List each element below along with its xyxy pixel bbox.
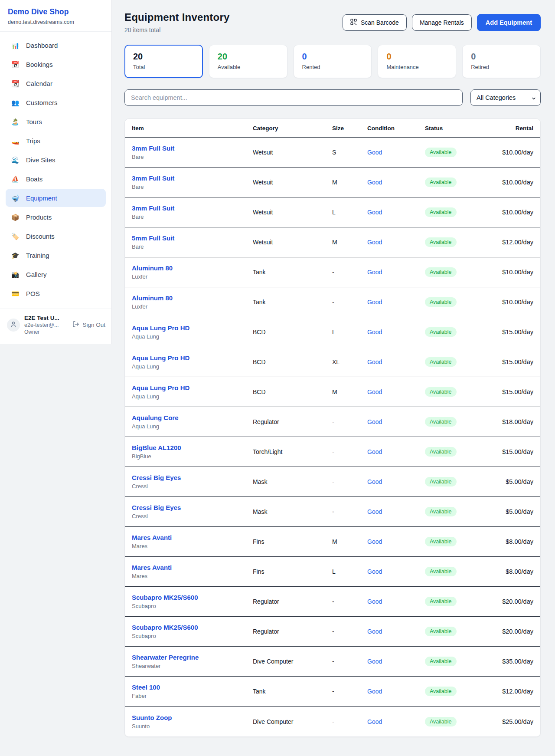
item-name-link[interactable]: 5mm Full Suit	[132, 234, 253, 242]
sign-out-button[interactable]: Sign Out	[72, 321, 105, 329]
nav-item-label: Tours	[26, 118, 42, 125]
table-row: Aluminum 80 Luxfer Tank - Good Available…	[125, 257, 540, 287]
item-name-link[interactable]: 3mm Full Suit	[132, 174, 253, 182]
item-name-link[interactable]: 3mm Full Suit	[132, 145, 253, 152]
item-name-link[interactable]: Scubapro MK25/S600	[132, 594, 253, 601]
condition-link[interactable]: Good	[367, 658, 425, 665]
item-name-link[interactable]: Steel 100	[132, 684, 253, 691]
table-row: Aqua Lung Pro HD Aqua Lung BCD M Good Av…	[125, 377, 540, 407]
scan-barcode-label: Scan Barcode	[361, 19, 399, 26]
status-badge: Available	[425, 717, 457, 726]
condition-link[interactable]: Good	[367, 329, 425, 335]
item-brand: Shearwater	[132, 663, 253, 669]
scan-barcode-button[interactable]: Scan Barcode	[343, 14, 407, 31]
sidebar-item[interactable]: 🚤 Trips	[6, 131, 106, 150]
table-row: Aluminum 80 Luxfer Tank - Good Available…	[125, 287, 540, 317]
condition-link[interactable]: Good	[367, 508, 425, 515]
status-cell: Available	[425, 537, 496, 546]
stat-card[interactable]: 0 Maintenance	[378, 45, 456, 78]
item-cell: Aqua Lung Pro HD Aqua Lung	[132, 354, 253, 370]
stat-card[interactable]: 20 Total	[124, 45, 203, 78]
status-cell: Available	[425, 627, 496, 636]
sidebar-item[interactable]: 💳 POS	[6, 284, 106, 302]
sidebar-item[interactable]: 🏷️ Discounts	[6, 227, 106, 245]
rental-price: $8.00/day	[496, 568, 533, 575]
condition-link[interactable]: Good	[367, 598, 425, 605]
sidebar-item[interactable]: 📦 Products	[6, 208, 106, 226]
condition-link[interactable]: Good	[367, 358, 425, 365]
sidebar-item[interactable]: 📅 Bookings	[6, 55, 106, 73]
logout-icon	[72, 321, 79, 329]
sidebar-item[interactable]: 📊 Dashboard	[6, 36, 106, 54]
item-name-link[interactable]: Scubapro MK25/S600	[132, 624, 253, 631]
condition-link[interactable]: Good	[367, 538, 425, 545]
sidebar-item[interactable]: 🎓 Training	[6, 246, 106, 264]
category-select[interactable]: All Categories	[470, 89, 541, 106]
add-equipment-label: Add Equipment	[486, 19, 532, 26]
item-name-link[interactable]: Aluminum 80	[132, 264, 253, 272]
size-cell: M	[332, 179, 367, 186]
item-name-link[interactable]: Aluminum 80	[132, 294, 253, 302]
status-badge: Available	[425, 687, 457, 696]
status-cell: Available	[425, 387, 496, 397]
item-cell: Cressi Big Eyes Cressi	[132, 474, 253, 490]
condition-link[interactable]: Good	[367, 179, 425, 186]
condition-link[interactable]: Good	[367, 149, 425, 156]
stat-card[interactable]: 20 Available	[209, 45, 287, 78]
condition-link[interactable]: Good	[367, 269, 425, 276]
add-equipment-button[interactable]: Add Equipment	[477, 14, 541, 31]
stats-row: 20 Total 20 Available 0 Rented 0 Mainten…	[124, 45, 541, 78]
item-cell: 3mm Full Suit Bare	[132, 145, 253, 160]
item-name-link[interactable]: Shearwater Peregrine	[132, 654, 253, 661]
condition-link[interactable]: Good	[367, 239, 425, 246]
item-name-link[interactable]: Aqua Lung Pro HD	[132, 324, 253, 332]
sidebar-item[interactable]: ⛵ Boats	[6, 170, 106, 188]
search-input[interactable]	[124, 89, 463, 106]
condition-link[interactable]: Good	[367, 388, 425, 395]
item-name-link[interactable]: BigBlue AL1200	[132, 444, 253, 451]
status-cell: Available	[425, 297, 496, 307]
condition-link[interactable]: Good	[367, 718, 425, 725]
item-cell: Aluminum 80 Luxfer	[132, 294, 253, 310]
item-name-link[interactable]: Mares Avanti	[132, 534, 253, 541]
item-name-link[interactable]: Cressi Big Eyes	[132, 504, 253, 511]
condition-link[interactable]: Good	[367, 209, 425, 216]
condition-link[interactable]: Good	[367, 688, 425, 695]
item-cell: Mares Avanti Mares	[132, 534, 253, 549]
category-cell: Regulator	[253, 628, 332, 635]
item-name-link[interactable]: Aqua Lung Pro HD	[132, 354, 253, 362]
item-name-link[interactable]: 3mm Full Suit	[132, 204, 253, 212]
sidebar-item[interactable]: 📸 Gallery	[6, 265, 106, 283]
filters-row: All Categories	[124, 89, 541, 106]
nav-item-icon: 🎓	[11, 252, 20, 259]
sidebar-item[interactable]: 🤿 Equipment	[6, 189, 106, 207]
condition-link[interactable]: Good	[367, 568, 425, 575]
condition-link[interactable]: Good	[367, 628, 425, 635]
shop-domain: demo.test.divestreams.com	[8, 19, 104, 25]
sidebar-nav: 📊 Dashboard 📅 Bookings 📆 Calendar 👥 Cust…	[0, 32, 111, 309]
item-name-link[interactable]: Aqualung Core	[132, 414, 253, 421]
status-cell: Available	[425, 477, 496, 486]
sidebar-item[interactable]: 🌊 Dive Sites	[6, 151, 106, 169]
manage-rentals-button[interactable]: Manage Rentals	[412, 14, 472, 31]
item-name-link[interactable]: Aqua Lung Pro HD	[132, 384, 253, 391]
item-name-link[interactable]: Mares Avanti	[132, 564, 253, 571]
sidebar-item[interactable]: 🏝️ Tours	[6, 112, 106, 131]
sidebar-item[interactable]: 📆 Calendar	[6, 74, 106, 92]
item-name-link[interactable]: Cressi Big Eyes	[132, 474, 253, 481]
condition-link[interactable]: Good	[367, 299, 425, 306]
stat-card[interactable]: 0 Retired	[462, 45, 541, 78]
item-name-link[interactable]: Suunto Zoop	[132, 714, 253, 721]
user-section: E2E Test U... e2e-tester@... Owner Sign …	[0, 309, 111, 342]
stat-card[interactable]: 0 Rented	[294, 45, 372, 78]
category-cell: Fins	[253, 538, 332, 545]
status-badge: Available	[425, 297, 457, 307]
table-row: Cressi Big Eyes Cressi Mask - Good Avail…	[125, 467, 540, 497]
page-titles: Equipment Inventory 20 items total	[124, 11, 230, 33]
nav-item-icon: 🏝️	[11, 118, 20, 125]
condition-link[interactable]: Good	[367, 448, 425, 455]
sidebar-item[interactable]: 👥 Customers	[6, 93, 106, 112]
condition-link[interactable]: Good	[367, 478, 425, 485]
condition-link[interactable]: Good	[367, 418, 425, 425]
item-brand: Aqua Lung	[132, 363, 253, 370]
